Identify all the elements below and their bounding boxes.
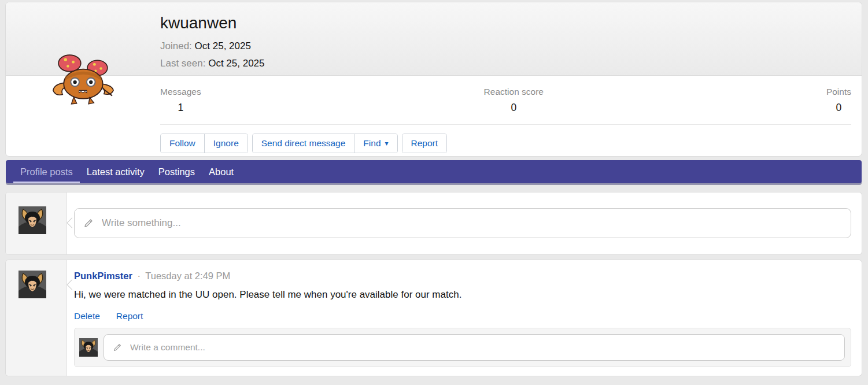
post-author-link[interactable]: PunkPimster — [74, 271, 132, 281]
follow-button[interactable]: Follow — [161, 134, 204, 153]
joined-label: Joined: — [160, 40, 192, 51]
stat-reaction-score: Reaction score 0 — [484, 87, 544, 114]
find-button-label: Find — [363, 138, 381, 149]
write-something-box[interactable] — [74, 208, 851, 238]
profile-tab-bar: Profile posts Latest activity Postings A… — [6, 160, 862, 183]
message-find-group: Send direct message Find ▾ — [252, 134, 398, 153]
post-header: PunkPimster · Tuesday at 2:49 PM — [74, 271, 230, 282]
post-author-avatar[interactable] — [19, 271, 46, 298]
find-dropdown-button[interactable]: Find ▾ — [354, 134, 397, 153]
post-body-text: Hi, we were matched in the UU open. Plea… — [74, 289, 461, 301]
joined-row: Joined: Oct 25, 2025 — [160, 40, 251, 52]
tab-postings[interactable]: Postings — [152, 160, 202, 183]
stat-messages: Messages 1 — [160, 87, 201, 114]
stat-reaction-score-value: 0 — [484, 102, 544, 114]
stats-divider — [160, 124, 851, 125]
follow-ignore-group: Follow Ignore — [160, 134, 248, 153]
last-seen-row: Last seen: Oct 25, 2025 — [160, 58, 265, 69]
visitor-avatar[interactable] — [19, 206, 46, 234]
stat-points: Points 0 — [826, 87, 851, 114]
stat-points-label: Points — [826, 87, 851, 97]
stat-points-value[interactable]: 0 — [826, 102, 851, 114]
comment-panel — [74, 328, 851, 367]
report-button[interactable]: Report — [402, 134, 447, 153]
caret-down-icon: ▾ — [385, 140, 389, 147]
report-group: Report — [402, 134, 448, 153]
write-comment-input[interactable] — [129, 342, 836, 353]
send-direct-message-button[interactable]: Send direct message — [253, 134, 354, 153]
tab-profile-posts[interactable]: Profile posts — [13, 160, 80, 183]
page-title-username: kwuanwen — [160, 14, 237, 32]
profile-post-card: PunkPimster · Tuesday at 2:49 PM Hi, we … — [6, 260, 862, 376]
write-comment-box[interactable] — [104, 334, 845, 361]
write-something-input[interactable] — [101, 217, 842, 229]
post-timestamp[interactable]: Tuesday at 2:49 PM — [145, 271, 230, 281]
last-seen-value: Oct 25, 2025 — [208, 58, 264, 69]
joined-value: Oct 25, 2025 — [195, 40, 251, 51]
profile-avatar[interactable] — [49, 53, 121, 108]
stat-messages-value[interactable]: 1 — [160, 102, 201, 114]
report-link[interactable]: Report — [116, 311, 143, 321]
commenter-avatar[interactable] — [79, 338, 98, 357]
profile-header-card: kwuanwen Joined: Oct 25, 2025 Last seen:… — [6, 2, 862, 156]
pencil-icon — [83, 218, 94, 228]
pencil-icon — [113, 343, 122, 352]
stat-messages-label: Messages — [160, 87, 201, 97]
post-action-links: Delete Report — [74, 311, 143, 321]
last-seen-label: Last seen: — [160, 58, 205, 69]
delete-link[interactable]: Delete — [74, 311, 100, 321]
profile-header-banner — [6, 2, 862, 76]
tab-about[interactable]: About — [202, 160, 241, 183]
profile-action-buttons: Follow Ignore Send direct message Find ▾… — [160, 134, 447, 153]
tab-latest-activity[interactable]: Latest activity — [80, 160, 152, 183]
stat-reaction-score-label: Reaction score — [484, 87, 544, 97]
profile-stats: Messages 1 Reaction score 0 Points 0 — [160, 87, 851, 114]
dot-separator: · — [137, 271, 141, 281]
profile-post-composer-card — [6, 192, 862, 254]
ignore-button[interactable]: Ignore — [204, 134, 248, 153]
